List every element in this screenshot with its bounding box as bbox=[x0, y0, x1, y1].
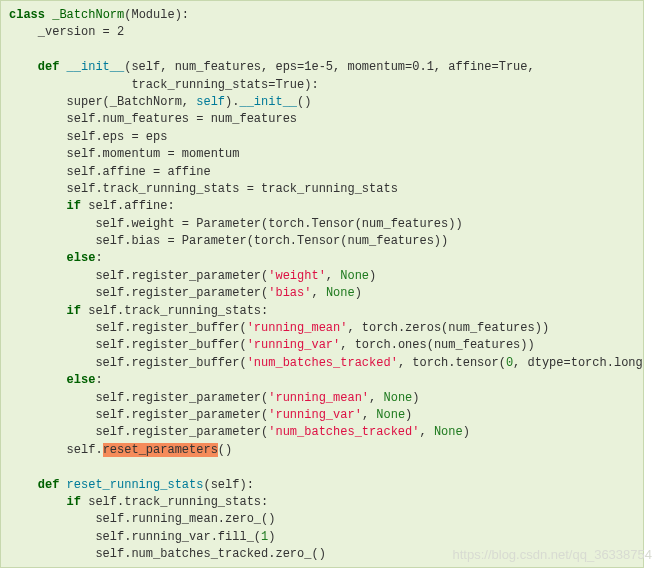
text: , bbox=[362, 408, 376, 422]
kw-if: if bbox=[9, 199, 88, 213]
text: ) bbox=[355, 286, 362, 300]
text: , dtype=torch.long)) bbox=[513, 356, 644, 370]
text: () bbox=[218, 443, 232, 457]
line: self.num_batches_tracked.zero_() bbox=[9, 547, 326, 561]
class-name: _BatchNorm bbox=[45, 8, 124, 22]
text: self.affine: bbox=[88, 199, 174, 213]
line: self.momentum = momentum bbox=[9, 147, 239, 161]
kw-if: if bbox=[9, 495, 88, 509]
text: self.track_running_stats: bbox=[88, 304, 268, 318]
none: None bbox=[434, 425, 463, 439]
text: , bbox=[311, 286, 325, 300]
text: self.track_running_stats: bbox=[88, 495, 268, 509]
text: self.register_parameter( bbox=[9, 408, 268, 422]
text: self.register_parameter( bbox=[9, 391, 268, 405]
highlight-reset-parameters-call: reset_parameters bbox=[103, 443, 218, 457]
str: 'bias' bbox=[268, 286, 311, 300]
text: self.register_buffer( bbox=[9, 338, 247, 352]
line: self.running_mean.zero_() bbox=[9, 512, 275, 526]
fn-reset-running-stats: reset_running_stats bbox=[67, 478, 204, 492]
text: ) bbox=[268, 530, 275, 544]
text: , bbox=[326, 269, 340, 283]
text: (self): bbox=[203, 478, 253, 492]
text: , torch.zeros(num_features)) bbox=[347, 321, 549, 335]
str: 'num_batches_tracked' bbox=[247, 356, 398, 370]
text: ) bbox=[405, 408, 412, 422]
text: ) bbox=[369, 269, 376, 283]
line: self.affine = affine bbox=[9, 165, 211, 179]
text: self.register_buffer( bbox=[9, 356, 247, 370]
kw-class: class bbox=[9, 8, 45, 22]
fn: __init__ bbox=[239, 95, 297, 109]
str: 'num_batches_tracked' bbox=[268, 425, 419, 439]
text: self.register_buffer( bbox=[9, 321, 247, 335]
text: , torch.ones(num_features)) bbox=[340, 338, 534, 352]
line: _version = 2 bbox=[9, 25, 124, 39]
text: ) bbox=[412, 391, 419, 405]
text: self.register_parameter( bbox=[9, 425, 268, 439]
code-block: class _BatchNorm(Module): _version = 2 d… bbox=[0, 0, 644, 568]
text: () bbox=[297, 95, 311, 109]
none: None bbox=[383, 391, 412, 405]
str: 'running_mean' bbox=[247, 321, 348, 335]
str: 'running_mean' bbox=[268, 391, 369, 405]
line: self.num_features = num_features bbox=[9, 112, 297, 126]
line: self.eps = eps bbox=[9, 130, 167, 144]
line: track_running_stats=True): bbox=[9, 78, 319, 92]
kw-else: else bbox=[9, 251, 95, 265]
text: (Module): bbox=[124, 8, 189, 22]
none: None bbox=[326, 286, 355, 300]
text: , bbox=[419, 425, 433, 439]
text: self. bbox=[9, 443, 103, 457]
text: (self, num_features, eps=1e-5, momentum=… bbox=[124, 60, 534, 74]
text: ). bbox=[225, 95, 239, 109]
text: self.register_parameter( bbox=[9, 286, 268, 300]
text: , bbox=[369, 391, 383, 405]
text: ) bbox=[463, 425, 470, 439]
text: : bbox=[95, 251, 102, 265]
kw-def: def bbox=[9, 478, 67, 492]
text: : bbox=[95, 373, 102, 387]
line: self.weight = Parameter(torch.Tensor(num… bbox=[9, 217, 463, 231]
str: 'running_var' bbox=[247, 338, 341, 352]
kw-if: if bbox=[9, 304, 88, 318]
line: self.bias = Parameter(torch.Tensor(num_f… bbox=[9, 234, 448, 248]
str: 'running_var' bbox=[268, 408, 362, 422]
none: None bbox=[340, 269, 369, 283]
kw-else: else bbox=[9, 373, 95, 387]
line: self.track_running_stats = track_running… bbox=[9, 182, 398, 196]
text: super(_BatchNorm, bbox=[9, 95, 196, 109]
text: self.register_parameter( bbox=[9, 269, 268, 283]
fn-init: __init__ bbox=[67, 60, 125, 74]
text: , torch.tensor( bbox=[398, 356, 506, 370]
none: None bbox=[376, 408, 405, 422]
text: self.running_var.fill_( bbox=[9, 530, 261, 544]
self: self bbox=[196, 95, 225, 109]
str: 'weight' bbox=[268, 269, 326, 283]
kw-def: def bbox=[9, 60, 67, 74]
